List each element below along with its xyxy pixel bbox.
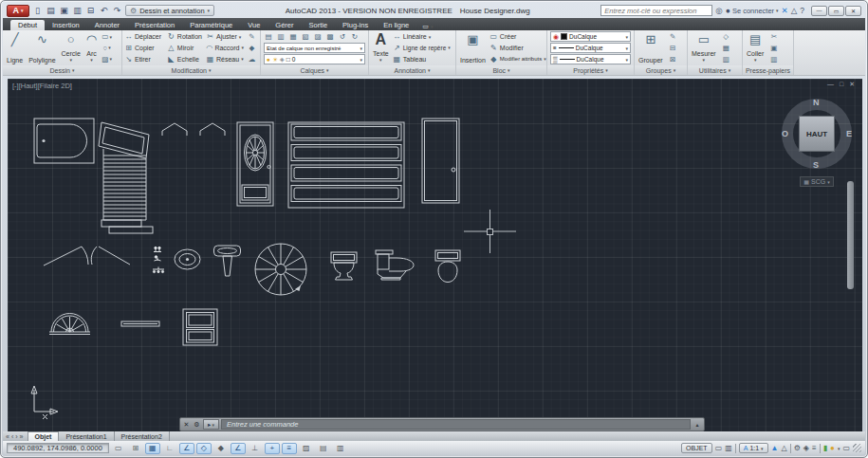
measure-button[interactable]: ▭ Mesurer▾	[690, 31, 718, 64]
exchange-apps-icon[interactable]: ✕	[782, 6, 788, 15]
annotation-scale-button[interactable]: A 1:1 ▾	[739, 443, 768, 453]
layer-sun-icon[interactable]: ☀	[272, 56, 278, 64]
layer-match-icon[interactable]: ▩	[325, 31, 335, 42]
save-icon[interactable]: ▣	[59, 5, 69, 16]
next-layout-icon[interactable]: ›	[15, 433, 17, 440]
tab-annoter[interactable]: Annoter	[87, 20, 127, 30]
plot-icon[interactable]: ⊟	[85, 5, 96, 16]
layer-freeze-icon[interactable]: ▦	[288, 31, 298, 42]
first-layout-icon[interactable]: «	[6, 433, 9, 440]
line-button[interactable]: ╱ Ligne	[5, 31, 25, 64]
object-snap-toggle[interactable]: ◇	[196, 443, 212, 454]
quick-select-icon[interactable]: ◇	[720, 31, 732, 42]
grid-toggle[interactable]: ▦	[145, 443, 160, 454]
dresser-block[interactable]	[288, 122, 404, 208]
quick-view-drawings-icon[interactable]: ▥	[725, 444, 732, 452]
hatch-tool-button[interactable]: ▨▾	[101, 54, 113, 64]
object-snap-tracking-toggle[interactable]: ∠	[231, 443, 246, 454]
move-button[interactable]: ↔Déplacer	[124, 31, 165, 42]
object-color-dropdown[interactable]: ◉ DuCalque ▾	[550, 31, 631, 42]
roof-chevron-symbols[interactable]	[162, 123, 225, 136]
oval-window-door-block[interactable]	[237, 122, 273, 206]
plumbing-fitting-symbols[interactable]	[153, 247, 164, 272]
revision-cloud-button[interactable]: ☁	[246, 54, 258, 64]
tab-plugins[interactable]: Plug-ins	[335, 20, 376, 30]
annotation-autoscale-icon[interactable]: △	[782, 444, 787, 452]
prev-layout-icon[interactable]: ‹	[11, 433, 13, 440]
quick-calc-icon[interactable]: ▦	[720, 43, 732, 53]
group-edit-icon[interactable]: ✎	[667, 31, 679, 42]
panel-label-modification[interactable]: Modification▾	[122, 65, 260, 75]
panel-label-groupes[interactable]: Groupes▾	[635, 65, 687, 75]
quick-view-layouts-icon[interactable]: ▭	[715, 444, 723, 452]
fan-window-block[interactable]	[49, 314, 90, 335]
trim-button[interactable]: ✂Ajuster▾	[206, 31, 244, 42]
edit-block-button[interactable]: ✎Modifier	[489, 43, 546, 53]
command-history-icon[interactable]: ▴	[693, 421, 702, 428]
arc-button[interactable]: ◠ Arc▾	[84, 31, 99, 64]
copy-button[interactable]: ⊞Copier	[124, 43, 165, 53]
text-button[interactable]: A Texte▾	[371, 31, 391, 64]
toolbar-lock-icon[interactable]: ◈	[803, 444, 809, 452]
command-input[interactable]: Entrez une commande	[221, 419, 691, 430]
search-input[interactable]	[604, 7, 709, 15]
snap-toggle[interactable]: ⊞	[128, 443, 143, 454]
layer-dropdown[interactable]: ● ☀ ◈ □ 0 ▾	[264, 54, 365, 64]
infer-constraints-toggle[interactable]: ▭	[111, 443, 126, 454]
resize-grip[interactable]	[853, 444, 861, 452]
autodesk360-icon[interactable]: △	[791, 6, 798, 15]
edit-attributes-button[interactable]: ◆Modifier attributs▾	[489, 54, 546, 64]
search-binoculars-icon[interactable]: ◎	[715, 6, 722, 15]
door-swing-symbol-2[interactable]	[91, 247, 130, 265]
double-hung-window-block[interactable]	[183, 309, 217, 345]
ribbon-minimize-button[interactable]: ▭ ▾	[422, 23, 433, 30]
panel-label-bloc[interactable]: Bloc▾	[456, 65, 546, 75]
workspace-switcher[interactable]: ⚙ Dessin et annotation ▾	[125, 5, 214, 16]
tab-debut[interactable]: Début	[10, 20, 45, 30]
create-block-button[interactable]: ▭Créer	[489, 31, 546, 42]
layer-properties-icon[interactable]: ▤	[264, 31, 273, 42]
edit-polyline-button[interactable]: ✎	[246, 31, 258, 42]
layer-isolate-icon[interactable]: ▥	[276, 31, 286, 42]
panel-label-proprietes[interactable]: Propriétés▾	[547, 65, 634, 75]
copy-clip-icon[interactable]: ▣	[767, 43, 780, 53]
selection-cycling-toggle[interactable]: ▥	[333, 443, 348, 454]
lineweight-dropdown[interactable]: ≡ DuCalque ▾	[550, 43, 631, 53]
polar-tracking-toggle[interactable]: ∠	[179, 443, 194, 454]
model-space-button[interactable]: OBJET	[681, 443, 712, 453]
isolate-objects-icon[interactable]: ●	[830, 444, 835, 452]
quick-properties-toggle[interactable]: ▤	[316, 443, 331, 454]
group-button[interactable]: ⊞ Grouper	[637, 31, 665, 64]
layer-previous-icon[interactable]: ↺	[338, 31, 347, 42]
panel-label-dessin[interactable]: Dessin▾	[3, 65, 121, 75]
tab-gerer[interactable]: Gérer	[268, 20, 301, 30]
minimize-button[interactable]: —	[811, 6, 827, 16]
redo-icon[interactable]: ↷	[112, 5, 122, 16]
staircase-block[interactable]	[99, 122, 153, 233]
panel-label-presse-papiers[interactable]: Presse-papiers	[743, 65, 793, 75]
paste-button[interactable]: ▤ Coller▾	[745, 31, 766, 64]
cut-icon[interactable]: ✂	[767, 31, 780, 42]
bathtub-block[interactable]	[34, 119, 94, 163]
clean-screen-icon[interactable]: ▭	[842, 444, 850, 452]
toilet-front-block[interactable]	[331, 252, 357, 280]
tab-enligne[interactable]: En ligne	[376, 20, 416, 30]
layer-bulb-icon[interactable]: ●	[267, 56, 270, 63]
polyline-button[interactable]: ∿ Polyligne	[27, 31, 57, 64]
mirror-button[interactable]: △Miroir	[167, 43, 204, 53]
new-file-icon[interactable]: ▯	[32, 5, 43, 16]
scale-button[interactable]: ◣Echelle	[167, 54, 204, 64]
lineweight-toggle[interactable]: ≡	[282, 443, 297, 454]
tab-presentation1[interactable]: Présentation1	[59, 431, 114, 441]
last-layout-icon[interactable]: »	[20, 433, 24, 440]
panel-label-annotation[interactable]: Annotation▾	[369, 65, 455, 75]
layer-lock-state-icon[interactable]: ◈	[280, 56, 285, 64]
tab-vue[interactable]: Vue	[240, 20, 268, 30]
save-as-icon[interactable]: ▥	[72, 5, 83, 16]
hardware-acceleration-icon[interactable]: ▮	[823, 444, 827, 452]
drawing-canvas[interactable]: [-][Haut][Filaire 2D] — □ ✕ N S O E HAUT…	[8, 79, 862, 433]
fillet-button[interactable]: ◠Raccord▾	[206, 43, 244, 53]
spiral-staircase-block[interactable]	[255, 244, 306, 295]
object-snap-3d-toggle[interactable]: ◆	[213, 443, 229, 454]
layer-state-restore-icon[interactable]: ↻	[350, 31, 360, 42]
